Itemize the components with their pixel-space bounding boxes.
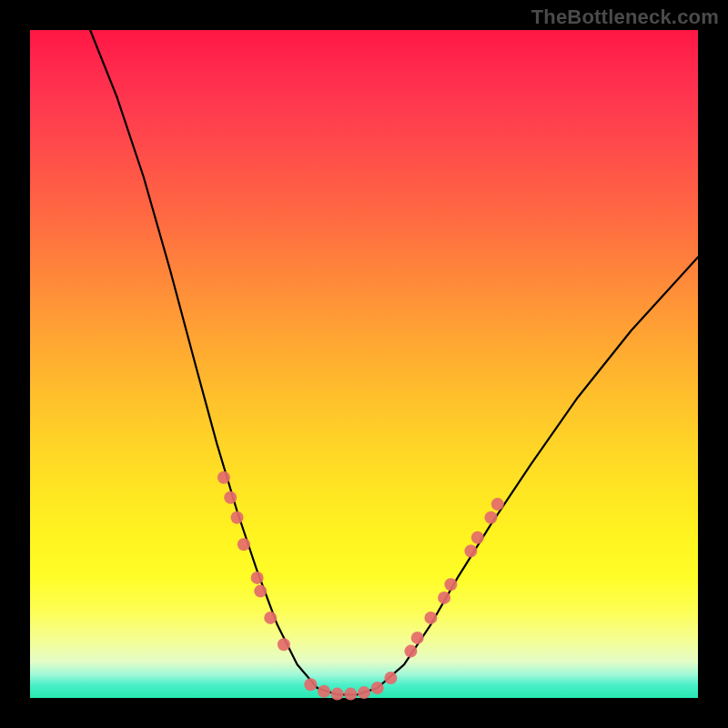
data-marker [264,612,277,624]
data-marker [238,538,250,551]
marker-group [217,471,504,701]
data-marker [278,638,290,651]
chart-plot-area [30,30,698,698]
chart-svg [30,30,698,698]
data-marker [371,682,384,694]
data-marker [331,688,344,701]
data-marker [444,578,457,591]
data-marker [224,491,237,504]
data-marker [217,471,230,484]
data-marker [254,585,267,598]
data-marker [318,685,330,698]
data-marker [404,645,417,658]
bottleneck-curve [90,30,698,694]
data-marker [424,612,437,624]
data-marker [251,571,264,584]
data-marker [438,592,450,604]
data-marker [464,545,477,558]
data-marker [358,686,370,699]
data-marker [384,672,397,684]
chart-outer-frame: TheBottleneck.com [0,0,728,728]
data-marker [231,511,244,524]
data-marker [491,498,504,511]
data-marker [344,688,357,701]
data-marker [411,632,424,644]
data-marker [304,678,317,691]
watermark-text: TheBottleneck.com [531,5,719,29]
data-marker [471,531,484,544]
data-marker [485,511,498,524]
